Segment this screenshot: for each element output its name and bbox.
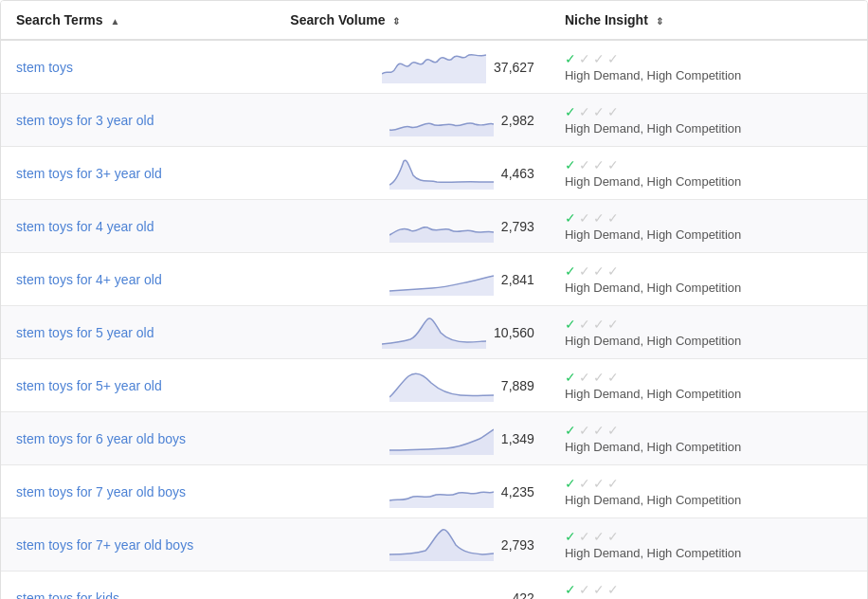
search-term-link[interactable]: stem toys for 3+ year old — [16, 166, 162, 181]
check-green-icon: ✓ — [565, 529, 576, 544]
niche-label: High Demand, High Competition — [565, 546, 741, 560]
table-row: stem toys for 5 year old10,560✓✓✓✓High D… — [1, 306, 867, 359]
check-icons: ✓✓✓✓ — [565, 104, 619, 119]
sparkline-chart — [389, 209, 494, 243]
search-term-cell: stem toys for 4+ year old — [1, 253, 275, 306]
niche-insight-cell: ✓✓✓✓High Demand, High Competition — [550, 94, 867, 147]
search-term-link[interactable]: stem toys for 4+ year old — [16, 272, 162, 287]
search-term-link[interactable]: stem toys for 5 year old — [16, 325, 154, 340]
search-term-cell: stem toys — [1, 40, 275, 94]
sort-icon-niche: ⇕ — [656, 16, 663, 27]
check-icons: ✓✓✓✓ — [565, 51, 619, 66]
search-term-cell: stem toys for 5 year old — [1, 306, 275, 359]
check-green-icon: ✓ — [565, 582, 576, 597]
search-term-cell: stem toys for 7 year old boys — [1, 465, 275, 518]
niche-insight-cell: ✓✓✓✓High Demand, High Competition — [550, 147, 867, 200]
check-icons: ✓✓✓✓ — [565, 370, 619, 385]
search-term-link[interactable]: stem toys for 5+ year old — [16, 378, 162, 393]
sort-icon-volume: ⇕ — [392, 16, 400, 27]
search-term-link[interactable]: stem toys for kids — [16, 590, 119, 600]
volume-number: 4,235 — [501, 484, 534, 499]
check-icons: ✓✓✓✓ — [565, 157, 619, 172]
niche-label: High Demand, High Competition — [565, 174, 741, 189]
check-gray-icon: ✓ — [579, 476, 590, 491]
check-gray-icon: ✓ — [579, 263, 590, 279]
sparkline-chart — [389, 422, 494, 455]
niche-insight-cell: ✓✓✓✓High Demand, High Competition — [550, 200, 867, 253]
check-gray-icon: ✓ — [607, 529, 619, 544]
niche-insight-cell: ✓✓✓✓High Demand, High Competition — [550, 572, 867, 600]
search-term-link[interactable]: stem toys for 3 year old — [16, 113, 154, 128]
search-volume-cell: 2,793 — [275, 518, 550, 572]
search-terms-header[interactable]: Search Terms ▲ — [1, 1, 275, 40]
check-gray-icon: ✓ — [607, 370, 619, 385]
check-gray-icon: ✓ — [593, 157, 605, 172]
check-icons: ✓✓✓✓ — [565, 423, 619, 438]
search-volume-cell: 2,982 — [275, 94, 550, 147]
check-gray-icon: ✓ — [607, 210, 619, 226]
search-term-link[interactable]: stem toys for 4 year old — [16, 219, 154, 234]
search-term-cell: stem toys for 3+ year old — [1, 147, 275, 200]
check-gray-icon: ✓ — [593, 423, 605, 438]
search-volume-cell: 1,349 — [275, 412, 550, 465]
niche-insight-cell: ✓✓✓✓High Demand, High Competition — [550, 40, 867, 94]
check-gray-icon: ✓ — [607, 263, 619, 279]
volume-number: 2,841 — [501, 272, 534, 287]
table-row: stem toys for 7 year old boys4,235✓✓✓✓Hi… — [1, 465, 867, 518]
sparkline-chart — [382, 316, 486, 349]
niche-insight-cell: ✓✓✓✓High Demand, High Competition — [550, 359, 867, 412]
check-gray-icon: ✓ — [579, 582, 590, 597]
check-gray-icon: ✓ — [607, 51, 619, 66]
niche-label: High Demand, High Competition — [565, 440, 741, 454]
volume-number: 2,793 — [501, 219, 534, 234]
check-gray-icon: ✓ — [593, 104, 605, 119]
check-icons: ✓✓✓✓ — [565, 317, 619, 332]
check-gray-icon: ✓ — [593, 476, 605, 491]
check-green-icon: ✓ — [565, 210, 576, 226]
check-green-icon: ✓ — [565, 157, 576, 172]
check-gray-icon: ✓ — [579, 423, 590, 438]
volume-number: 4,463 — [501, 166, 534, 181]
check-gray-icon: ✓ — [593, 370, 605, 385]
search-volume-header[interactable]: Search Volume ⇕ — [275, 1, 550, 40]
check-gray-icon: ✓ — [607, 423, 619, 438]
volume-number: 422 — [513, 590, 534, 600]
check-green-icon: ✓ — [565, 317, 576, 332]
check-gray-icon: ✓ — [593, 317, 605, 332]
check-green-icon: ✓ — [565, 370, 576, 385]
table-row: stem toys for 3 year old2,982✓✓✓✓High De… — [1, 94, 867, 147]
niche-label: High Demand, High Competition — [565, 121, 741, 136]
check-gray-icon: ✓ — [579, 104, 590, 119]
check-gray-icon: ✓ — [593, 51, 605, 66]
search-term-link[interactable]: stem toys for 6 year old boys — [16, 431, 186, 446]
table-row: stem toys for kids422✓✓✓✓High Demand, Hi… — [1, 572, 867, 600]
niche-insight-cell: ✓✓✓✓High Demand, High Competition — [550, 306, 867, 359]
niche-insight-header[interactable]: Niche Insight ⇕ — [550, 1, 867, 40]
check-green-icon: ✓ — [565, 263, 576, 279]
search-volume-cell: 2,841 — [275, 253, 550, 306]
niche-label: High Demand, High Competition — [565, 387, 741, 401]
table-row: stem toys for 5+ year old7,889✓✓✓✓High D… — [1, 359, 867, 412]
niche-insight-cell: ✓✓✓✓High Demand, High Competition — [550, 253, 867, 306]
search-volume-cell: 10,560 — [275, 306, 550, 359]
check-gray-icon: ✓ — [593, 529, 605, 544]
check-green-icon: ✓ — [565, 104, 576, 119]
sparkline-chart — [389, 528, 494, 561]
niche-insight-cell: ✓✓✓✓High Demand, High Competition — [550, 465, 867, 518]
sparkline-chart — [389, 475, 494, 508]
volume-number: 7,889 — [501, 378, 534, 393]
check-gray-icon: ✓ — [607, 476, 619, 491]
check-icons: ✓✓✓✓ — [565, 582, 619, 597]
search-term-link[interactable]: stem toys — [16, 60, 73, 75]
search-term-link[interactable]: stem toys for 7+ year old boys — [16, 537, 193, 553]
check-green-icon: ✓ — [565, 476, 576, 491]
check-gray-icon: ✓ — [607, 582, 619, 597]
data-table: Search Terms ▲ Search Volume ⇕ Niche Ins… — [0, 0, 868, 599]
search-term-link[interactable]: stem toys for 7 year old boys — [16, 484, 186, 499]
check-gray-icon: ✓ — [607, 317, 619, 332]
table-row: stem toys for 4+ year old2,841✓✓✓✓High D… — [1, 253, 867, 306]
niche-insight-cell: ✓✓✓✓High Demand, High Competition — [550, 412, 867, 465]
volume-number: 37,627 — [494, 60, 534, 75]
search-term-cell: stem toys for 5+ year old — [1, 359, 275, 412]
niche-label: High Demand, High Competition — [565, 227, 741, 242]
